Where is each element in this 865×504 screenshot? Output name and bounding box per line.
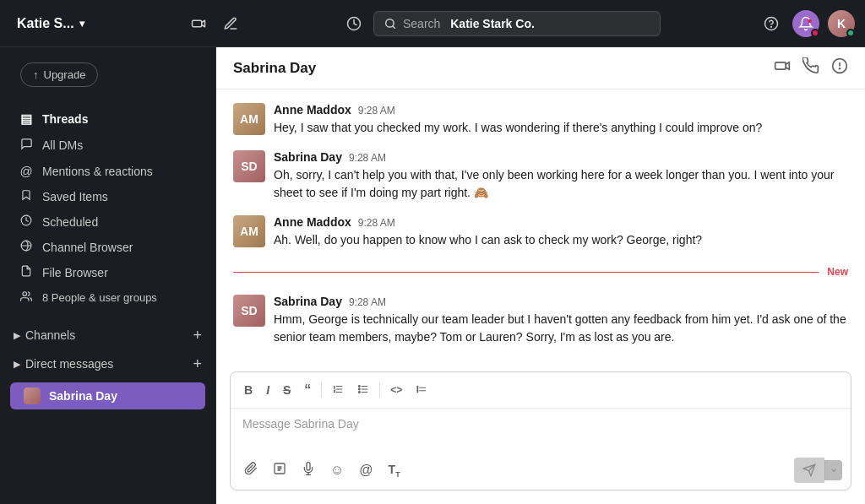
sabrina-avatar-initials-2: SD xyxy=(233,150,265,182)
message-1-sender: Anne Maddox xyxy=(274,103,351,117)
svg-point-22 xyxy=(359,388,361,390)
toolbar-divider-2 xyxy=(379,382,380,398)
threads-icon: ▤ xyxy=(19,111,34,127)
user-status-dot xyxy=(846,29,855,37)
code-button[interactable]: <> xyxy=(385,381,407,399)
strikethrough-button[interactable]: S xyxy=(278,380,296,400)
phone-call-icon[interactable] xyxy=(802,57,819,79)
messages-area: AM Anne Maddox 9:28 AM Hey, I saw that y… xyxy=(216,89,865,371)
voice-message-button[interactable] xyxy=(296,458,320,482)
add-channel-button[interactable]: + xyxy=(193,328,202,343)
anne-avatar-initials-3: AM xyxy=(233,215,265,247)
upgrade-label: Upgrade xyxy=(44,68,86,81)
sidebar-item-people[interactable]: 8 People & user groups xyxy=(5,285,210,310)
info-icon[interactable] xyxy=(831,57,848,79)
svg-point-6 xyxy=(808,19,812,23)
message-input-area: B I S “ <> Message Sabrina Day xyxy=(230,371,851,490)
channel-browser-icon xyxy=(19,240,34,254)
sidebar-dms-section: ▶ Direct messages + xyxy=(0,350,215,378)
top-bar: Katie S... ▾ Search Katie Stark Co. xyxy=(0,0,865,47)
message-4-header: Sabrina Day 9:28 AM xyxy=(274,295,848,308)
message-4-sender: Sabrina Day xyxy=(274,295,342,308)
message-3-content: Anne Maddox 9:28 AM Ah. Well, do you hap… xyxy=(274,215,848,249)
sidebar-item-threads[interactable]: ▤ Threads xyxy=(5,106,210,132)
svg-point-23 xyxy=(359,391,361,393)
text-format-button[interactable]: TT xyxy=(384,459,405,482)
notifications-avatar[interactable] xyxy=(792,10,819,37)
ordered-list-button[interactable] xyxy=(327,380,349,401)
chat-header-right xyxy=(774,57,848,79)
message-2-header: Sabrina Day 9:28 AM xyxy=(274,150,848,164)
sidebar-item-scheduled[interactable]: Scheduled xyxy=(5,209,210,234)
svg-rect-0 xyxy=(193,20,202,27)
chat-header: Sabrina Day xyxy=(216,47,865,89)
message-1-header: Anne Maddox 9:28 AM xyxy=(274,103,848,117)
sidebar-item-all-dms[interactable]: All DMs xyxy=(5,133,210,158)
bold-button[interactable]: B xyxy=(239,380,258,400)
chat-header-left: Sabrina Day xyxy=(233,60,316,77)
svg-line-3 xyxy=(393,25,395,28)
workspace-name[interactable]: Katie S... ▾ xyxy=(10,11,179,36)
attach-file-button[interactable] xyxy=(239,458,263,482)
svg-point-10 xyxy=(23,292,27,296)
active-dm-section: Sabrina Day xyxy=(5,382,210,410)
sidebar-item-saved[interactable]: Saved Items xyxy=(5,184,210,209)
search-bar: Search Katie Stark Co. xyxy=(243,11,759,36)
upgrade-icon: ↑ xyxy=(33,68,39,81)
file-browser-icon xyxy=(19,265,34,279)
user-avatar[interactable]: K xyxy=(828,10,855,37)
format-button[interactable] xyxy=(268,458,291,482)
toolbar-divider-1 xyxy=(321,382,322,398)
sidebar-item-channel-browser-label: Channel Browser xyxy=(42,241,133,254)
unordered-list-button[interactable] xyxy=(352,380,374,401)
compose-video-button[interactable] xyxy=(186,11,211,36)
direct-messages-header[interactable]: ▶ Direct messages + xyxy=(0,350,215,378)
sidebar-nav: ▤ Threads All DMs @ Mentions & reactions… xyxy=(0,102,215,314)
send-button[interactable] xyxy=(794,458,824,483)
sidebar-item-people-label: 8 People & user groups xyxy=(42,291,157,304)
top-bar-icons xyxy=(186,11,243,36)
anne-maddox-avatar-1: AM xyxy=(233,103,265,135)
history-button[interactable] xyxy=(341,11,367,36)
sidebar-item-all-dms-label: All DMs xyxy=(42,138,83,152)
compose-message-button[interactable] xyxy=(218,11,243,36)
active-dm-label: Sabrina Day xyxy=(49,389,117,403)
svg-point-21 xyxy=(359,385,361,387)
channels-chevron: ▶ xyxy=(14,330,20,341)
message-2-sender: Sabrina Day xyxy=(274,150,342,164)
scheduled-icon xyxy=(19,214,34,229)
chat-contact-name: Sabrina Day xyxy=(233,60,316,77)
mention-button[interactable]: @ xyxy=(354,459,378,481)
sidebar: ↑ Upgrade ▤ Threads All DMs @ Mentions &… xyxy=(0,47,216,504)
message-1: AM Anne Maddox 9:28 AM Hey, I saw that y… xyxy=(233,103,848,137)
send-options-button[interactable] xyxy=(824,460,842,480)
channels-header[interactable]: ▶ Channels + xyxy=(0,321,215,350)
anne-avatar-initials: AM xyxy=(233,103,265,135)
sidebar-item-mentions[interactable]: @ Mentions & reactions xyxy=(5,159,210,183)
sidebar-item-channel-browser[interactable]: Channel Browser xyxy=(5,235,210,259)
italic-button[interactable]: I xyxy=(261,380,275,400)
message-text-input[interactable]: Message Sabrina Day xyxy=(231,409,851,451)
sabrina-day-avatar-4: SD xyxy=(233,295,265,327)
new-messages-divider: New xyxy=(233,266,848,278)
sidebar-item-threads-label: Threads xyxy=(42,112,88,126)
sidebar-item-sabrina-day[interactable]: Sabrina Day xyxy=(10,382,205,409)
new-divider-label: New xyxy=(827,266,848,278)
upgrade-button[interactable]: ↑ Upgrade xyxy=(20,62,98,87)
dms-label: Direct messages xyxy=(25,357,113,371)
add-dm-button[interactable]: + xyxy=(193,356,202,371)
sidebar-item-file-browser[interactable]: File Browser xyxy=(5,260,210,285)
emoji-button[interactable]: ☺ xyxy=(325,459,349,481)
message-4-text: Hmm, George is technically our team lead… xyxy=(274,311,848,346)
help-button[interactable] xyxy=(759,11,784,36)
message-2-content: Sabrina Day 9:28 AM Oh, sorry, I can't h… xyxy=(274,150,848,202)
sidebar-item-mentions-label: Mentions & reactions xyxy=(42,165,153,178)
message-3-text: Ah. Well, do you happen to know who I ca… xyxy=(274,231,848,249)
block-quote-button[interactable] xyxy=(411,380,432,401)
search-input[interactable]: Search Katie Stark Co. xyxy=(373,11,661,36)
channels-label: Channels xyxy=(25,328,75,342)
quote-button[interactable]: “ xyxy=(299,379,316,401)
video-call-icon[interactable] xyxy=(774,57,791,79)
svg-rect-11 xyxy=(775,62,786,69)
main-content: ↑ Upgrade ▤ Threads All DMs @ Mentions &… xyxy=(0,47,865,504)
